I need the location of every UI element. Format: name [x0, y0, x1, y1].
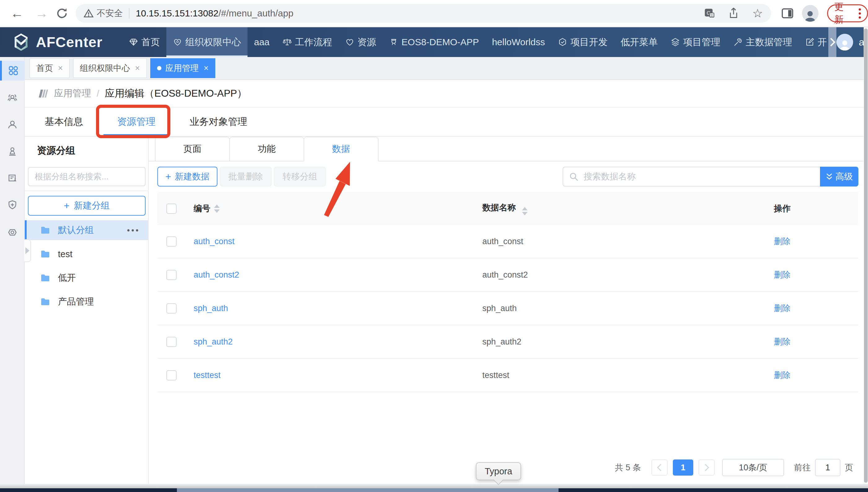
page-scrollbar[interactable]	[864, 27, 868, 484]
dock-segment	[177, 488, 559, 492]
header-user-menu[interactable]: admin	[836, 27, 868, 57]
layers-icon	[671, 38, 680, 47]
rail-item-stamp[interactable]	[0, 142, 25, 162]
rail-item-doc[interactable]	[0, 169, 25, 188]
rail-item-eye-hex[interactable]	[0, 222, 25, 242]
header-nav-item[interactable]: 首页	[122, 27, 166, 57]
header-nav-item[interactable]: 主数据管理	[727, 27, 799, 57]
delete-link[interactable]: 删除	[774, 371, 791, 380]
data-search-input[interactable]	[583, 171, 820, 182]
new-data-button[interactable]: + 新建数据	[157, 167, 218, 187]
group-item[interactable]: 产品管理	[25, 292, 148, 312]
header-nav-item[interactable]: 资源	[339, 27, 382, 57]
rail-item-team[interactable]	[0, 88, 25, 108]
header-nav-item[interactable]: EOS8-DEMO-APP	[382, 27, 486, 57]
table-row: sph_auth2sph_auth2删除	[157, 325, 859, 359]
insecure-label: 不安全	[97, 7, 123, 19]
url-host: 10.15.15.151:13082	[136, 8, 218, 19]
browser-forward-icon[interactable]: →	[34, 6, 49, 21]
delete-link[interactable]: 删除	[774, 337, 791, 346]
plus-icon: +	[64, 201, 70, 211]
side-panel-icon[interactable]	[782, 8, 793, 19]
header-nav-item[interactable]: 组织权限中心	[166, 27, 248, 57]
group-item[interactable]: 默认分组	[25, 220, 148, 240]
row-id-link[interactable]: sph_auth2	[194, 337, 233, 347]
delete-link[interactable]: 删除	[774, 270, 791, 279]
goto-page-input[interactable]	[815, 459, 840, 476]
sort-icon[interactable]	[522, 207, 527, 215]
browser-profile-avatar[interactable]	[802, 5, 818, 22]
address-bar[interactable]: 不安全 10.15.15.151:13082 /#/menu_auth/app …	[76, 4, 771, 23]
group-item[interactable]: 低开	[25, 268, 148, 288]
group-name: test	[58, 249, 73, 259]
row-id-link[interactable]: auth_const	[194, 237, 234, 246]
batch-delete-button[interactable]: 批量删除	[220, 167, 272, 187]
share-icon[interactable]	[728, 8, 739, 19]
rail-item-shield-plus[interactable]	[0, 195, 25, 215]
tab-页面[interactable]: 页面	[155, 137, 230, 162]
prev-page-button[interactable]	[651, 460, 668, 475]
nav-overflow-chevron-icon[interactable]	[828, 27, 836, 57]
scrollbar-thumb[interactable]	[864, 28, 868, 483]
row-id-link[interactable]: sph_auth	[194, 304, 228, 313]
cell-action: 删除	[760, 269, 859, 280]
row-id-link[interactable]: testtest	[194, 371, 221, 380]
column-header-id[interactable]: 编号	[194, 203, 210, 214]
page-size-select[interactable]: 10条/页	[722, 459, 784, 476]
select-all-checkbox[interactable]	[166, 203, 177, 214]
row-checkbox[interactable]	[166, 337, 177, 347]
current-page[interactable]: 1	[673, 460, 693, 475]
more-icon[interactable]	[127, 229, 138, 231]
header-nav-item[interactable]: 项目管理	[664, 27, 727, 57]
header-nav-item[interactable]: aaa	[248, 27, 276, 57]
row-id-link[interactable]: auth_const2	[194, 270, 239, 280]
delete-link[interactable]: 删除	[774, 237, 791, 246]
data-search-box[interactable]	[563, 167, 820, 187]
close-icon[interactable]: ×	[58, 64, 63, 73]
app-header: AFCenter 首页组织权限中心aaa工作流程资源EOS8-DEMO-APPh…	[0, 27, 868, 57]
bookmark-star-icon[interactable]: ☆	[752, 6, 763, 20]
new-group-button[interactable]: + 新建分组	[28, 196, 146, 216]
header-nav-item[interactable]: 开	[799, 27, 828, 57]
group-name: 低开	[58, 272, 76, 284]
column-header-name[interactable]: 数据名称	[482, 203, 516, 212]
browser-update-menu[interactable]: 更新	[827, 4, 868, 22]
header-nav-item[interactable]: helloWorldss	[486, 27, 551, 57]
open-tab[interactable]: 应用管理×	[150, 58, 216, 78]
translate-icon[interactable]: G文	[704, 8, 715, 19]
group-item[interactable]: test	[25, 244, 148, 264]
open-tab[interactable]: 组织权限中心×	[73, 58, 147, 78]
browser-reload-icon[interactable]	[54, 7, 69, 20]
row-checkbox[interactable]	[166, 270, 177, 280]
breadcrumb-section[interactable]: 应用管理	[54, 87, 91, 100]
tab-功能[interactable]: 功能	[229, 137, 304, 162]
gem-icon	[129, 38, 138, 47]
close-icon[interactable]: ×	[135, 64, 140, 73]
open-tab[interactable]: 首页×	[29, 58, 70, 78]
sort-icon[interactable]	[214, 204, 220, 213]
app-logo[interactable]: AFCenter	[0, 27, 122, 57]
cell-id: testtest	[189, 371, 479, 380]
cell-name: testtest	[479, 371, 760, 380]
delete-link[interactable]: 删除	[774, 304, 791, 313]
row-checkbox[interactable]	[166, 303, 177, 314]
tab-业务对象管理[interactable]: 业务对象管理	[190, 107, 247, 136]
row-checkbox[interactable]	[166, 370, 177, 380]
rail-item-grid[interactable]	[0, 61, 25, 80]
close-icon[interactable]: ×	[204, 64, 209, 73]
header-nav-item[interactable]: 低开菜单	[614, 27, 664, 57]
column-header-action: 操作	[760, 203, 859, 214]
tab-基本信息[interactable]: 基本信息	[45, 107, 83, 136]
browser-back-icon[interactable]: ←	[9, 6, 24, 21]
row-checkbox[interactable]	[166, 237, 177, 247]
resource-group-panel: 资源分组 + 新建分组 默认分组test低开产品管理	[25, 137, 149, 484]
header-nav-item[interactable]: 项目开发	[551, 27, 614, 57]
panel-collapse-handle[interactable]	[24, 239, 31, 262]
cell-id: auth_const	[189, 237, 479, 246]
row-checkbox-cell	[157, 370, 189, 380]
next-page-button[interactable]	[698, 460, 715, 475]
header-nav-item[interactable]: 工作流程	[276, 27, 339, 57]
rail-item-user[interactable]	[0, 115, 25, 135]
group-search-input[interactable]	[28, 167, 146, 186]
advanced-search-button[interactable]: 高级	[820, 167, 859, 187]
